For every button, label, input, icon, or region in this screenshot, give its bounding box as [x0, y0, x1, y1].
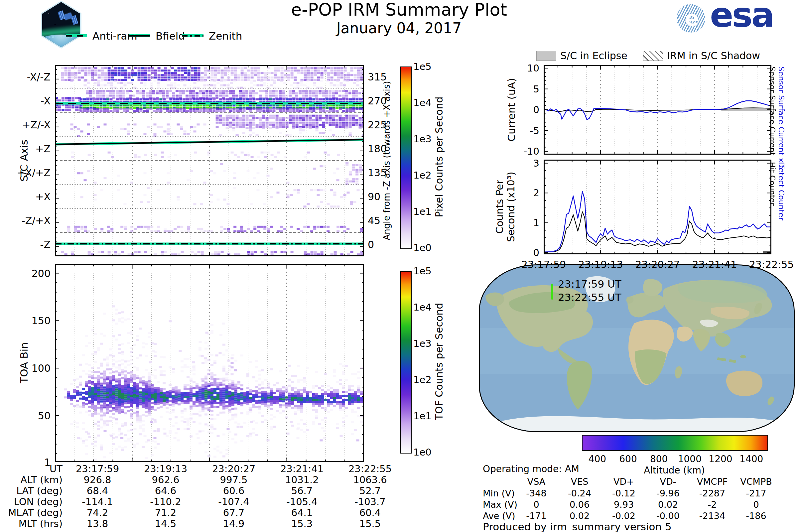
voltage-value: -2 — [708, 499, 717, 510]
counts-series-label-blue: Detect Counter — [777, 162, 786, 221]
toa-bin-heatmap-canvas — [55, 264, 364, 462]
altitude-tick-label: 1200 — [708, 454, 732, 464]
pixel-colorbar-tick: 1e3 — [413, 133, 432, 145]
ephemeris-value: -107.4 — [218, 496, 249, 507]
counts-tick-label: 0 — [533, 247, 539, 258]
current-tick-label: 5 — [533, 83, 539, 95]
legend-label-shadow: IRM in S/C Shadow — [667, 50, 760, 61]
current-tick-label: -5 — [530, 125, 539, 136]
voltage-value: 0 — [533, 499, 539, 510]
pixel-colorbar-tick: 1e1 — [413, 206, 432, 217]
voltage-col-header: VES — [571, 476, 589, 487]
voltage-row-label: Ave (V) — [483, 511, 515, 521]
voltage-value: -217 — [746, 488, 766, 498]
track-start-time: 23:17:59 UT — [558, 278, 622, 290]
altitude-bar-label: Altitude (km) — [644, 465, 705, 476]
voltage-value: -0.02 — [612, 511, 635, 521]
voltage-col-header: VMCPF — [697, 476, 727, 487]
ephemeris-value: 74.2 — [87, 507, 108, 518]
shadow-swatch — [643, 51, 663, 61]
ephemeris-value: 60.4 — [359, 507, 381, 518]
ephemeris-row-label: LAT (deg) — [16, 485, 62, 496]
toa-tick-label: 100 — [32, 362, 51, 374]
sc-row-label: +Z/-X — [22, 119, 51, 131]
voltage-value: -0.24 — [568, 488, 591, 498]
operating-mode: Operating mode: AM — [483, 463, 579, 474]
altitude-tick-label: 1000 — [678, 454, 702, 464]
ephemeris-value: 13.8 — [87, 518, 108, 529]
angle-tick-label: 0 — [368, 239, 374, 250]
voltage-value: 0.06 — [570, 499, 590, 510]
current-tick-label: 0 — [533, 104, 539, 115]
voltage-row-label: Min (V) — [483, 488, 515, 498]
altitude-colorbar — [582, 435, 768, 451]
ephemeris-row-label: MLAT (deg) — [8, 507, 62, 518]
ephemeris-value: 60.6 — [223, 485, 245, 496]
counter-rates-plot-canvas — [544, 159, 772, 254]
ut-xtick-label: 23:17:59 — [521, 259, 566, 270]
tof-colorbar-tick: 1e3 — [413, 338, 432, 349]
altitude-tick-label: 600 — [619, 454, 637, 464]
voltage-value: -0.00 — [657, 511, 680, 521]
current-series-label-black: Sensor Surface Current — [768, 66, 777, 155]
voltage-value: 0.02 — [570, 511, 590, 521]
voltage-value: -348 — [526, 488, 546, 498]
legend-line-solid — [129, 34, 150, 37]
ut-xtick-label: 23:21:41 — [692, 259, 737, 270]
angle-tick-label: 90 — [368, 191, 380, 203]
ephemeris-value: 64.6 — [155, 485, 176, 496]
voltage-col-header: VSA — [527, 476, 546, 487]
current-ylabel: Current (uA) — [506, 78, 517, 141]
ephemeris-value: 67.7 — [223, 507, 245, 518]
ephemeris-row-label: LON (deg) — [14, 496, 62, 507]
counts-series-label-black: Hit Counter — [768, 162, 777, 206]
voltage-value: -9.96 — [657, 488, 680, 498]
ephemeris-value: 23:22:55 — [348, 463, 392, 474]
angle-tick-label: 45 — [368, 215, 380, 226]
voltage-value: -171 — [526, 511, 546, 521]
ephemeris-value: 23:21:41 — [280, 463, 324, 474]
voltage-value: -2134 — [699, 511, 725, 521]
altitude-tick-label: 400 — [589, 454, 606, 464]
legend-label-zenith: Zenith — [209, 30, 242, 42]
current-tick-label: -10 — [524, 146, 539, 157]
voltage-value: -0.12 — [612, 488, 635, 498]
ephemeris-value: 14.5 — [155, 518, 176, 529]
voltage-value: -186 — [746, 511, 766, 521]
sc-row-label: -X/-Z — [27, 71, 51, 83]
ephemeris-value: 23:19:13 — [144, 463, 187, 474]
sc-row-label: +X — [35, 191, 51, 203]
tof-colorbar-tick: 1e1 — [413, 410, 432, 422]
ground-track — [551, 284, 553, 300]
voltage-col-header: VD- — [660, 476, 676, 487]
ephemeris-value: 68.4 — [87, 485, 108, 496]
esa-wordmark: esa — [710, 0, 773, 35]
pixel-colorbar-tick: 1e2 — [413, 170, 432, 181]
voltage-row-label: Max (V) — [483, 499, 517, 510]
tof-colorbar-tick: 1e0 — [413, 446, 432, 458]
voltage-col-header: VD+ — [613, 476, 634, 487]
toa-tick-label: 200 — [32, 268, 51, 279]
ut-xtick-label: 23:20:27 — [635, 259, 680, 270]
ephemeris-row-label: MLT (hrs) — [19, 518, 62, 529]
ephemeris-row-label: UT — [50, 463, 62, 474]
esa-logo: e esa — [677, 3, 790, 34]
pixel-colorbar-tick: 1e5 — [413, 61, 432, 72]
altitude-tick-label: 1400 — [740, 454, 763, 464]
tof-colorbar-label: TOF Counts per Second — [433, 303, 445, 420]
tof-colorbar-tick: 1e2 — [413, 374, 432, 385]
tof-colorbar-tick: 1e4 — [413, 302, 432, 313]
ephemeris-value: 71.2 — [155, 507, 176, 518]
pixel-colorbar-tick: 1e4 — [413, 97, 432, 108]
pixel-colorbar-label: Pixel Counts per Second — [433, 97, 445, 217]
counts-tick-label: 3 — [533, 158, 539, 169]
ephemeris-value: 962.6 — [152, 474, 179, 486]
pixel-counts-colorbar — [400, 66, 412, 249]
counts-ylabel: Counts PerSecond (x10³) — [494, 172, 516, 242]
ephemeris-value: 1063.6 — [353, 474, 387, 486]
produced-by: Produced by irm_summary version 5 — [483, 521, 672, 532]
toa-tick-label: 50 — [38, 410, 51, 422]
legend-line-dashed — [66, 34, 87, 37]
altitude-tick-label: 800 — [650, 454, 668, 464]
sc-row-label: -Z/+X — [22, 215, 51, 226]
